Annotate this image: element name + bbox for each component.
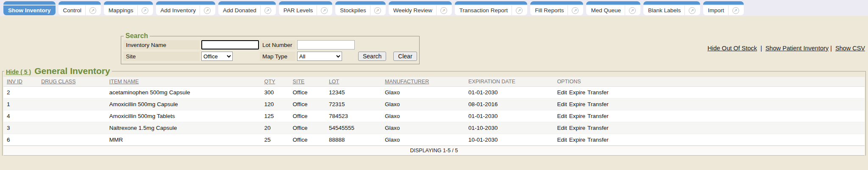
transfer-link[interactable]: Transfer bbox=[587, 125, 609, 131]
tab-top-strip bbox=[335, 1, 386, 5]
cell-drug-class bbox=[38, 87, 106, 99]
expire-link[interactable]: Expire bbox=[569, 113, 585, 119]
cell-qty: 120 bbox=[261, 99, 289, 110]
tab-top-strip bbox=[3, 1, 56, 5]
column-header-options: OPTIONS bbox=[554, 77, 865, 87]
search-panel: Search Inventory Name Lot Number Site Of… bbox=[121, 32, 420, 64]
tab-label: Blank Labels bbox=[648, 7, 681, 14]
transfer-link[interactable]: Transfer bbox=[587, 89, 609, 96]
column-header-expiration-date: EXPIRATION DATE bbox=[465, 77, 554, 87]
show-csv-link[interactable]: Show CSV bbox=[835, 45, 865, 52]
external-link-icon[interactable]: ↗ bbox=[374, 7, 381, 14]
table-row: 2acetaminophen 500mg Capsule300Office123… bbox=[3, 87, 865, 99]
clear-button[interactable]: Clear bbox=[393, 52, 417, 61]
expire-link[interactable]: Expire bbox=[569, 125, 585, 131]
site-select[interactable]: Office bbox=[201, 52, 233, 61]
column-header-item-name[interactable]: ITEM NAME bbox=[106, 77, 261, 87]
tab-add-inventory[interactable]: Add Inventory↗ bbox=[156, 1, 215, 15]
hide-out-of-stock-link[interactable]: Hide Out Of Stock bbox=[707, 45, 757, 52]
tab-external-section: ↗ bbox=[728, 5, 739, 15]
external-link-icon[interactable]: ↗ bbox=[689, 7, 696, 14]
tab-label: Fill Reports bbox=[535, 7, 564, 14]
tab-blank-labels[interactable]: Blank Labels↗ bbox=[643, 1, 700, 15]
cell-expiration-date: 01-01-2030 bbox=[465, 110, 554, 122]
expire-link[interactable]: Expire bbox=[569, 101, 585, 107]
external-link-icon[interactable]: ↗ bbox=[440, 7, 447, 14]
external-link-icon[interactable]: ↗ bbox=[142, 7, 148, 14]
cell-qty: 25 bbox=[261, 134, 289, 146]
cell-drug-class bbox=[38, 122, 106, 134]
cell-manufacturer: Glaxo bbox=[381, 110, 465, 122]
tab-label: Med Queue bbox=[591, 7, 621, 14]
external-link-icon[interactable]: ↗ bbox=[264, 7, 271, 14]
transfer-link[interactable]: Transfer bbox=[587, 101, 609, 107]
tab-add-donated[interactable]: Add Donated↗ bbox=[218, 1, 276, 15]
column-header-lot[interactable]: LOT bbox=[326, 77, 381, 87]
tab-show-inventory[interactable]: Show Inventory bbox=[3, 1, 56, 15]
external-link-icon[interactable]: ↗ bbox=[204, 7, 211, 14]
tab-mappings[interactable]: Mappings↗ bbox=[104, 1, 153, 15]
tab-external-section: ↗ bbox=[684, 5, 696, 15]
cell-lot: 72315 bbox=[326, 99, 381, 110]
hide-count-link[interactable]: Hide ( 5 ) bbox=[6, 69, 31, 75]
column-header-manufacturer[interactable]: MANUFACTURER bbox=[381, 77, 465, 87]
tab-top-strip bbox=[586, 1, 640, 5]
column-header-label: ITEM NAME bbox=[109, 79, 139, 85]
cell-options: EditExpireTransfer bbox=[554, 99, 865, 110]
external-link-icon[interactable]: ↗ bbox=[89, 7, 96, 14]
tab-external-section: ↗ bbox=[260, 5, 271, 15]
cell-lot: 88888 bbox=[326, 134, 381, 146]
tab-external-section: ↗ bbox=[625, 5, 636, 15]
tab-top-strip bbox=[104, 1, 153, 5]
column-header-label: SITE bbox=[293, 79, 305, 85]
displaying-count: DISPLAYING 1-5 / 5 bbox=[3, 146, 865, 156]
map-type-select[interactable]: All bbox=[297, 52, 342, 61]
tab-bar: Show InventoryControl↗Mappings↗Add Inven… bbox=[0, 0, 868, 16]
tab-stockpiles[interactable]: Stockpiles↗ bbox=[335, 1, 386, 15]
tab-import[interactable]: Import↗ bbox=[703, 1, 743, 15]
tab-label: PAR Levels bbox=[284, 7, 313, 14]
tab-fill-reports[interactable]: Fill Reports↗ bbox=[530, 1, 583, 15]
column-header-inv-id[interactable]: INV ID bbox=[3, 77, 38, 87]
tab-external-section: ↗ bbox=[317, 5, 328, 15]
tab-par-levels[interactable]: PAR Levels↗ bbox=[279, 1, 333, 15]
external-link-icon[interactable]: ↗ bbox=[321, 7, 328, 14]
tab-external-section: ↗ bbox=[370, 5, 381, 15]
edit-link[interactable]: Edit bbox=[557, 125, 567, 131]
lot-number-input[interactable] bbox=[297, 40, 355, 49]
external-link-icon[interactable]: ↗ bbox=[516, 7, 523, 14]
table-row: 3Naltrexone 1.5mg Capsule20Office5454555… bbox=[3, 122, 865, 134]
column-header-label: DRUG CLASS bbox=[41, 79, 75, 85]
tab-med-queue[interactable]: Med Queue↗ bbox=[586, 1, 640, 15]
inventory-name-input[interactable] bbox=[201, 40, 259, 49]
edit-link[interactable]: Edit bbox=[557, 89, 567, 96]
edit-link[interactable]: Edit bbox=[557, 113, 567, 119]
map-type-label: Map Type bbox=[260, 52, 295, 61]
column-header-site[interactable]: SITE bbox=[289, 77, 326, 87]
tab-weekly-review[interactable]: Weekly Review↗ bbox=[389, 1, 452, 15]
cell-item-name: MMR bbox=[106, 134, 261, 146]
edit-link[interactable]: Edit bbox=[557, 101, 567, 107]
external-link-icon[interactable]: ↗ bbox=[732, 7, 739, 14]
tab-transaction-report[interactable]: Transaction Report↗ bbox=[455, 1, 527, 15]
transfer-link[interactable]: Transfer bbox=[587, 113, 609, 119]
column-header-qty[interactable]: QTY bbox=[261, 77, 289, 87]
table-row: 1Amoxicillin 500mg Capsule120Office72315… bbox=[3, 99, 865, 110]
external-link-icon[interactable]: ↗ bbox=[572, 7, 579, 14]
search-button[interactable]: Search bbox=[358, 52, 386, 61]
cell-lot: 12345 bbox=[326, 87, 381, 99]
external-link-icon[interactable]: ↗ bbox=[629, 7, 636, 14]
expire-link[interactable]: Expire bbox=[569, 89, 585, 96]
tab-control[interactable]: Control↗ bbox=[58, 1, 101, 15]
cell-manufacturer: Glaxo bbox=[381, 99, 465, 110]
cell-lot: 784523 bbox=[326, 110, 381, 122]
transfer-link[interactable]: Transfer bbox=[587, 137, 609, 143]
edit-link[interactable]: Edit bbox=[557, 137, 567, 143]
tab-top-strip bbox=[643, 1, 700, 5]
show-patient-inventory-link[interactable]: Show Patient Inventory bbox=[765, 45, 829, 52]
tab-label: Control bbox=[63, 7, 82, 14]
cell-drug-class bbox=[38, 110, 106, 122]
expire-link[interactable]: Expire bbox=[569, 137, 585, 143]
cell-item-name: Amoxicillin 500mg Tablets bbox=[106, 110, 261, 122]
column-header-drug-class[interactable]: DRUG CLASS bbox=[38, 77, 106, 87]
